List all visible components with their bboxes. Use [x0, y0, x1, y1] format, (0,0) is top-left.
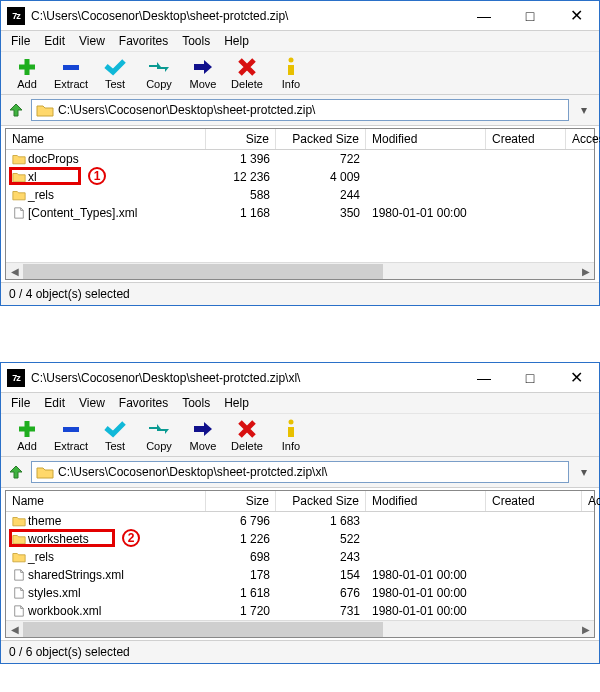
minimize-button[interactable]: ―: [461, 363, 507, 393]
menubar: File Edit View Favorites Tools Help: [1, 393, 599, 413]
toolbar-extract-label: Extract: [54, 440, 88, 452]
item-size: 588: [206, 188, 276, 202]
statusbar: 0 / 6 object(s) selected: [1, 640, 599, 663]
menu-edit[interactable]: Edit: [44, 396, 65, 410]
toolbar-info[interactable]: Info: [269, 416, 313, 454]
item-name: docProps: [6, 152, 206, 166]
item-packed: 1 683: [276, 514, 366, 528]
col-size[interactable]: Size: [206, 491, 276, 511]
move-arrow-icon: [191, 418, 215, 440]
minus-icon: [59, 418, 83, 440]
toolbar-delete[interactable]: Delete: [225, 416, 269, 454]
scroll-thumb[interactable]: [23, 622, 383, 637]
col-modified[interactable]: Modified: [366, 129, 486, 149]
item-packed: 722: [276, 152, 366, 166]
titlebar[interactable]: 7z C:\Users\Cocosenor\Desktop\sheet-prot…: [1, 363, 599, 393]
horizontal-scrollbar[interactable]: ◀ ▶: [6, 620, 594, 637]
toolbar-copy[interactable]: Copy: [137, 416, 181, 454]
svg-rect-5: [288, 427, 294, 437]
list-item[interactable]: _rels698243: [6, 548, 594, 566]
path-field[interactable]: C:\Users\Cocosenor\Desktop\sheet-protcte…: [31, 461, 569, 483]
menu-favorites[interactable]: Favorites: [119, 34, 168, 48]
list-body: theme6 7961 683worksheets1 226522_rels69…: [6, 512, 594, 620]
item-name: sharedStrings.xml: [6, 568, 206, 582]
item-name: workbook.xml: [6, 604, 206, 618]
scroll-left-icon[interactable]: ◀: [6, 621, 23, 638]
item-name: xl: [6, 170, 206, 184]
col-created[interactable]: Created: [486, 491, 582, 511]
col-created[interactable]: Created: [486, 129, 566, 149]
item-size: 1 618: [206, 586, 276, 600]
up-icon[interactable]: [7, 463, 25, 481]
window-1: 7z C:\Users\Cocosenor\Desktop\sheet-prot…: [0, 0, 600, 306]
app-icon: 7z: [7, 7, 25, 25]
close-button[interactable]: ✕: [553, 363, 599, 393]
info-icon: [279, 418, 303, 440]
toolbar-move[interactable]: Move: [181, 416, 225, 454]
menu-favorites[interactable]: Favorites: [119, 396, 168, 410]
toolbar-test[interactable]: Test: [93, 416, 137, 454]
menu-tools[interactable]: Tools: [182, 34, 210, 48]
col-accessed[interactable]: Acces: [566, 129, 600, 149]
svg-rect-3: [63, 427, 79, 432]
horizontal-scrollbar[interactable]: ◀ ▶: [6, 262, 594, 279]
toolbar-copy[interactable]: Copy: [137, 54, 181, 92]
app-icon: 7z: [7, 369, 25, 387]
list-item[interactable]: sharedStrings.xml1781541980-01-01 00:00: [6, 566, 594, 584]
list-item[interactable]: _rels588244: [6, 186, 594, 204]
maximize-button[interactable]: □: [507, 1, 553, 31]
item-size: 12 236: [206, 170, 276, 184]
menu-help[interactable]: Help: [224, 396, 249, 410]
toolbar-info[interactable]: Info: [269, 54, 313, 92]
up-icon[interactable]: [7, 101, 25, 119]
item-packed: 350: [276, 206, 366, 220]
item-size: 1 396: [206, 152, 276, 166]
toolbar-add-label: Add: [17, 78, 37, 90]
list-item[interactable]: workbook.xml1 7207311980-01-01 00:00: [6, 602, 594, 620]
list-item[interactable]: [Content_Types].xml1 1683501980-01-01 00…: [6, 204, 594, 222]
scroll-thumb[interactable]: [23, 264, 383, 279]
maximize-button[interactable]: □: [507, 363, 553, 393]
col-name[interactable]: Name: [6, 129, 206, 149]
menu-help[interactable]: Help: [224, 34, 249, 48]
toolbar-add[interactable]: Add: [5, 416, 49, 454]
list-item[interactable]: worksheets1 226522: [6, 530, 594, 548]
info-icon: [279, 56, 303, 78]
menu-edit[interactable]: Edit: [44, 34, 65, 48]
toolbar-add[interactable]: Add: [5, 54, 49, 92]
col-modified[interactable]: Modified: [366, 491, 486, 511]
list-item[interactable]: xl12 2364 009: [6, 168, 594, 186]
toolbar-extract[interactable]: Extract: [49, 416, 93, 454]
toolbar-move[interactable]: Move: [181, 54, 225, 92]
menu-view[interactable]: View: [79, 34, 105, 48]
list-item[interactable]: theme6 7961 683: [6, 512, 594, 530]
menu-view[interactable]: View: [79, 396, 105, 410]
col-accessed[interactable]: Ac: [582, 491, 600, 511]
minimize-button[interactable]: ―: [461, 1, 507, 31]
list-item[interactable]: docProps1 396722: [6, 150, 594, 168]
menu-tools[interactable]: Tools: [182, 396, 210, 410]
check-icon: [103, 56, 127, 78]
path-field[interactable]: C:\Users\Cocosenor\Desktop\sheet-protcte…: [31, 99, 569, 121]
svg-point-4: [289, 420, 294, 425]
path-dropdown[interactable]: ▾: [575, 103, 593, 117]
toolbar-extract[interactable]: Extract: [49, 54, 93, 92]
col-packed[interactable]: Packed Size: [276, 129, 366, 149]
menu-file[interactable]: File: [11, 34, 30, 48]
toolbar-move-label: Move: [190, 78, 217, 90]
toolbar-test[interactable]: Test: [93, 54, 137, 92]
col-size[interactable]: Size: [206, 129, 276, 149]
col-packed[interactable]: Packed Size: [276, 491, 366, 511]
titlebar[interactable]: 7z C:\Users\Cocosenor\Desktop\sheet-prot…: [1, 1, 599, 31]
scroll-left-icon[interactable]: ◀: [6, 263, 23, 280]
toolbar-delete[interactable]: Delete: [225, 54, 269, 92]
list-item[interactable]: styles.xml1 6186761980-01-01 00:00: [6, 584, 594, 602]
path-dropdown[interactable]: ▾: [575, 465, 593, 479]
menu-file[interactable]: File: [11, 396, 30, 410]
col-name[interactable]: Name: [6, 491, 206, 511]
scroll-right-icon[interactable]: ▶: [577, 621, 594, 638]
close-button[interactable]: ✕: [553, 1, 599, 31]
list-header: Name Size Packed Size Modified Created A…: [6, 491, 594, 512]
scroll-right-icon[interactable]: ▶: [577, 263, 594, 280]
item-packed: 731: [276, 604, 366, 618]
